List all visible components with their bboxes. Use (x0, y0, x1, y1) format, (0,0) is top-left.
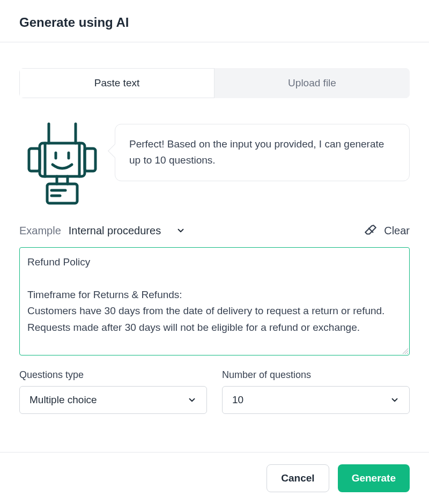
clear-label: Clear (384, 225, 410, 237)
questions-type-field: Questions type Multiple choice (19, 369, 207, 414)
example-label: Example (19, 225, 61, 237)
svg-line-14 (369, 228, 373, 233)
svg-rect-4 (85, 149, 95, 171)
modal-content: Paste text Upload file (0, 42, 429, 414)
tab-paste-text[interactable]: Paste text (19, 68, 214, 98)
cancel-button[interactable]: Cancel (267, 464, 329, 492)
chevron-down-icon (187, 395, 197, 405)
clear-button[interactable]: Clear (364, 224, 410, 238)
example-selector-group: Example Internal procedures (19, 225, 186, 237)
assistant-speech-bubble: Perfect! Based on the input you provided… (115, 124, 410, 181)
svg-rect-2 (40, 143, 85, 176)
source-text-wrapper (19, 247, 410, 355)
source-text-input[interactable] (20, 248, 409, 353)
chevron-down-icon (176, 226, 186, 235)
robot-icon (19, 121, 105, 206)
questions-type-label: Questions type (19, 369, 207, 381)
tab-label: Upload file (288, 77, 336, 88)
num-questions-field: Number of questions 10 (222, 369, 410, 414)
tab-upload-file[interactable]: Upload file (214, 68, 410, 98)
eraser-icon (364, 224, 378, 238)
num-questions-label: Number of questions (222, 369, 410, 381)
num-questions-value: 10 (232, 394, 243, 406)
generate-button[interactable]: Generate (338, 464, 410, 492)
example-selected-value: Internal procedures (69, 225, 161, 237)
modal-title: Generate using AI (19, 15, 410, 30)
svg-rect-3 (29, 149, 40, 171)
questions-type-value: Multiple choice (29, 394, 97, 406)
example-dropdown[interactable]: Internal procedures (69, 225, 186, 237)
input-mode-tabs: Paste text Upload file (19, 68, 410, 98)
resize-grip-icon[interactable] (402, 347, 408, 354)
example-clear-row: Example Internal procedures Clear (19, 224, 410, 238)
num-questions-select[interactable]: 10 (222, 386, 410, 414)
cancel-label: Cancel (281, 472, 314, 484)
modal-header: Generate using AI (0, 0, 429, 42)
options-row: Questions type Multiple choice Number of… (19, 369, 410, 414)
assistant-message: Perfect! Based on the input you provided… (129, 138, 384, 166)
svg-line-17 (407, 353, 408, 354)
tab-label: Paste text (94, 77, 140, 88)
svg-rect-11 (47, 184, 77, 203)
chevron-down-icon (390, 395, 400, 405)
generate-label: Generate (352, 472, 396, 484)
assistant-row: Perfect! Based on the input you provided… (19, 121, 410, 206)
modal-footer: Cancel Generate (0, 452, 429, 504)
questions-type-select[interactable]: Multiple choice (19, 386, 207, 414)
